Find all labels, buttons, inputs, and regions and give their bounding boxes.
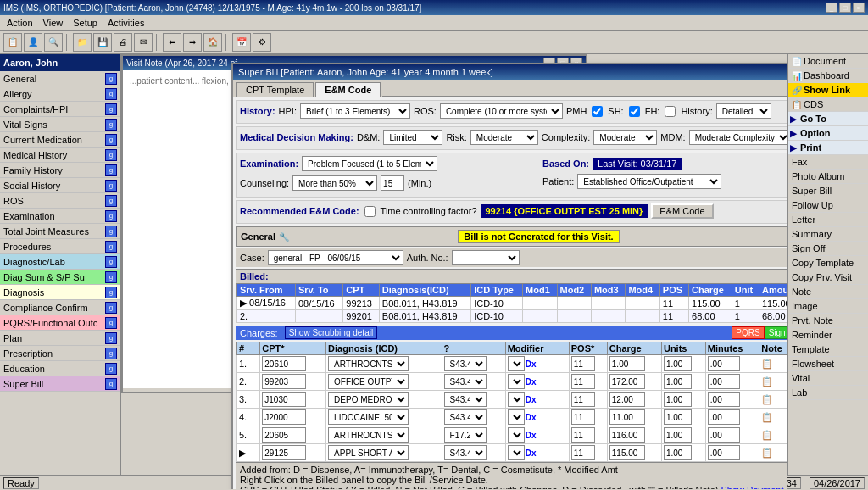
toolbar-btn-1[interactable]: 📋 xyxy=(3,33,22,52)
charges-cpt-input-2[interactable] xyxy=(262,374,306,389)
sidebar-item-diagnosis[interactable]: Diagnosis g xyxy=(0,285,120,300)
charges-minutes-input-5[interactable] xyxy=(708,427,740,443)
charges-diag-select-3[interactable]: DEPO MEDROL 4 xyxy=(328,392,409,407)
sidebar-item-diag-sum[interactable]: Diag Sum & S/P Su g xyxy=(0,270,120,285)
right-sidebar-item-show-link[interactable]: 🔗 Show Link xyxy=(788,83,868,97)
charges-diagcode-4[interactable]: S43.402A xyxy=(444,409,487,425)
charges-cpt-input-1[interactable] xyxy=(262,356,306,371)
charges-units-input-2[interactable] xyxy=(664,374,692,389)
charges-minutes-input-1[interactable] xyxy=(708,356,740,371)
toolbar-btn-6[interactable]: 🖨 xyxy=(114,33,132,52)
charges-cpt-input-4[interactable] xyxy=(262,409,306,425)
charges-mod-arrow-1[interactable]: ▼ xyxy=(508,356,525,371)
charges-row-2[interactable]: 2. OFFICE OUTPT N S43.402A ▼ Dx xyxy=(237,373,788,391)
patient-select[interactable]: Established Office/Outpatient xyxy=(577,174,721,189)
charges-pos-input-5[interactable] xyxy=(571,427,595,443)
charges-diag-select-6[interactable]: APPL SHORT AR xyxy=(328,445,409,460)
toolbar-btn-3[interactable]: 🔍 xyxy=(44,33,63,52)
minutes-input[interactable] xyxy=(381,175,404,191)
sidebar-item-allergy[interactable]: Allergy g xyxy=(0,86,120,102)
charges-row-1[interactable]: 1. ARTHROCNTS A S43.402A ▼ Dx xyxy=(237,355,788,373)
sidebar-item-procedures[interactable]: Procedures g xyxy=(0,239,120,254)
menu-view[interactable]: View xyxy=(40,17,67,29)
charges-note-icon-1[interactable]: 📋 xyxy=(761,359,773,369)
show-payment-link[interactable]: Show Payment xyxy=(721,485,784,489)
right-sidebar-item-fax[interactable]: Fax xyxy=(788,155,868,170)
charges-diagcode-6[interactable]: S43.402A xyxy=(444,445,487,460)
charges-units-input-1[interactable] xyxy=(664,356,692,371)
charges-row-3[interactable]: 3. DEPO MEDROL 4 S43.402A ▼ Dx xyxy=(237,391,788,409)
right-sidebar-item-document[interactable]: 📄 Document xyxy=(788,54,868,69)
charges-charge-input-2[interactable] xyxy=(609,374,645,389)
sidebar-item-family-history[interactable]: Family History g xyxy=(0,163,120,178)
sidebar-item-compliance[interactable]: Compliance Confirm g xyxy=(0,300,120,315)
emcode-button[interactable]: E&M Code xyxy=(651,203,713,219)
charges-charge-input-4[interactable] xyxy=(609,409,645,425)
charges-row-4[interactable]: 4. LIDOCAINE, 50cc S43.402A ▼ Dx xyxy=(237,409,788,426)
charges-diagcode-3[interactable]: S43.402A xyxy=(444,392,487,407)
charges-minutes-input-4[interactable] xyxy=(708,409,740,425)
time-control-checkbox[interactable] xyxy=(364,206,376,217)
right-sidebar-item-note[interactable]: Note xyxy=(788,285,868,299)
counseling-select[interactable]: More than 50% xyxy=(292,175,377,191)
dm-select[interactable]: Limited xyxy=(383,130,442,145)
sidebar-item-complaints[interactable]: Complaints/HPI g xyxy=(0,102,120,117)
right-sidebar-item-template[interactable]: Template xyxy=(788,342,868,357)
charges-charge-input-1[interactable] xyxy=(609,356,645,371)
sidebar-item-plan[interactable]: Plan g xyxy=(0,331,120,346)
charges-units-input-4[interactable] xyxy=(664,409,692,425)
charges-diag-select-2[interactable]: OFFICE OUTPT N xyxy=(328,374,409,389)
tab-cpt-template[interactable]: CPT Template xyxy=(236,82,314,97)
charges-minutes-input-2[interactable] xyxy=(708,374,740,389)
toolbar-btn-8[interactable]: ⬅ xyxy=(163,33,181,52)
charges-mod-arrow-2[interactable]: ▼ xyxy=(508,374,525,389)
sidebar-item-pqrs[interactable]: PQRS/Functional Outc g xyxy=(0,315,120,331)
toolbar-btn-12[interactable]: ⚙ xyxy=(253,33,271,52)
menu-activities[interactable]: Activities xyxy=(104,17,147,29)
toolbar-btn-9[interactable]: ➡ xyxy=(183,33,202,52)
right-sidebar-item-photo-album[interactable]: Photo Album xyxy=(788,170,868,184)
toolbar-btn-4[interactable]: 📁 xyxy=(73,33,92,52)
ros-select[interactable]: Complete (10 or more systems) xyxy=(440,103,563,119)
maximize-btn[interactable]: □ xyxy=(839,3,851,13)
right-sidebar-item-copy-prv[interactable]: Copy Prv. Visit xyxy=(788,270,868,285)
sidebar-item-education[interactable]: Education g xyxy=(0,361,120,376)
mdm-select[interactable]: Moderate Complexity xyxy=(689,130,787,145)
charges-note-icon-6[interactable]: 📋 xyxy=(761,448,773,458)
charges-units-input-6[interactable] xyxy=(664,445,692,460)
right-sidebar-item-copy-template[interactable]: Copy Template xyxy=(788,256,868,270)
charges-mod-arrow-4[interactable]: ▼ xyxy=(508,409,525,425)
charges-mod-arrow-5[interactable]: ▼ xyxy=(508,427,525,443)
right-sidebar-item-print[interactable]: ▶ Print xyxy=(788,141,868,155)
charges-diagcode-5[interactable]: F17.200 xyxy=(444,427,487,443)
sidebar-item-medication[interactable]: Current Medication g xyxy=(0,132,120,148)
charges-cpt-input-6[interactable] xyxy=(262,445,306,460)
right-sidebar-item-summary[interactable]: Summary xyxy=(788,227,868,242)
charges-row-6[interactable]: ▶ APPL SHORT AR S43.402A ▼ Dx xyxy=(237,444,788,462)
complexity-select[interactable]: Moderate xyxy=(593,130,657,145)
charges-charge-input-6[interactable] xyxy=(609,445,645,460)
charges-row-5[interactable]: 5. ARTHROCNTS A F17.200 ▼ Dx xyxy=(237,426,788,444)
sidebar-item-vitals[interactable]: Vital Signs g xyxy=(0,117,120,132)
charges-units-input-3[interactable] xyxy=(664,392,692,407)
right-sidebar-item-sign-off[interactable]: Sign Off xyxy=(788,242,868,256)
charges-pos-input-2[interactable] xyxy=(571,374,595,389)
menu-action[interactable]: Action xyxy=(3,17,36,29)
close-main-btn[interactable]: × xyxy=(853,3,865,13)
billed-row-2[interactable]: 2. 99201 B08.011, H43.819 ICD-10 11 xyxy=(237,310,788,323)
exam-select[interactable]: Problem Focused (1 to 5 Eleme... xyxy=(302,156,437,171)
right-sidebar-item-prvt-note[interactable]: Prvt. Note xyxy=(788,314,868,328)
right-sidebar-item-lab[interactable]: Lab xyxy=(788,386,868,400)
right-sidebar-item-vital[interactable]: Vital xyxy=(788,371,868,386)
right-sidebar-item-letter[interactable]: Letter xyxy=(788,213,868,227)
right-sidebar-item-super-bill[interactable]: Super Bill xyxy=(788,184,868,198)
charges-charge-input-3[interactable] xyxy=(609,392,645,407)
history-type-select[interactable]: Detailed xyxy=(716,103,771,119)
case-select[interactable]: general - FP - 06/09/15 xyxy=(268,250,403,265)
charges-diag-select-4[interactable]: LIDOCAINE, 50cc xyxy=(328,409,409,425)
sidebar-item-joint-measures[interactable]: Total Joint Measures g xyxy=(0,224,120,239)
right-sidebar-item-flowsheet[interactable]: Flowsheet xyxy=(788,357,868,371)
charges-note-icon-2[interactable]: 📋 xyxy=(761,376,773,387)
right-sidebar-item-reminder[interactable]: Reminder xyxy=(788,328,868,342)
charges-diagcode-1[interactable]: S43.402A xyxy=(444,356,487,371)
